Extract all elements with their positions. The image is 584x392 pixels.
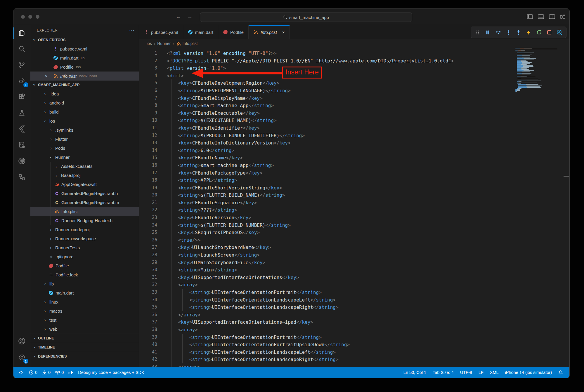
- restart-button[interactable]: [535, 29, 543, 36]
- sidebar-item-search[interactable]: [13, 41, 30, 57]
- status-cursor-position[interactable]: Ln 50, Col 1: [401, 367, 429, 378]
- code-line-21[interactable]: 21 <key>CFBundleSignature</key>: [139, 199, 569, 207]
- back-button[interactable]: ←: [176, 13, 181, 20]
- code-line-38[interactable]: 38 <array>: [139, 326, 569, 334]
- sidebar-item-references[interactable]: [13, 170, 30, 186]
- code-line-18[interactable]: 18 <string>APPL</string>: [139, 177, 569, 184]
- tab-Info.plist[interactable]: Info.plist×: [249, 25, 290, 39]
- code-line-4[interactable]: 4<dict>: [139, 72, 569, 80]
- tree-item-RunnerTests[interactable]: ›RunnerTests: [30, 243, 139, 252]
- section-project-root[interactable]: › SMART_MACHINE_APP: [30, 81, 139, 89]
- tree-item-GeneratedPluginRegistrant.h[interactable]: CGeneratedPluginRegistrant.h: [30, 189, 139, 198]
- toggle-secondary-sidebar-button[interactable]: [549, 14, 555, 19]
- code-line-16[interactable]: 16 <string>smart_machine_app</string>: [139, 162, 569, 169]
- command-center-search[interactable]: smart_machine_app: [200, 13, 412, 22]
- tree-item-web[interactable]: ›web: [30, 325, 139, 334]
- code-line-29[interactable]: 29 <key>UIMainStoryboardFile</key>: [139, 259, 569, 266]
- customize-layout-button[interactable]: [560, 14, 565, 19]
- hot-reload-button[interactable]: [525, 29, 533, 36]
- breadcrumb-item-Info.plist[interactable]: Info.plist: [176, 41, 198, 46]
- code-line-25[interactable]: 25 <key>LSRequiresIPhoneOS</key>: [139, 229, 569, 236]
- code-line-6[interactable]: 6 <string>$(DEVELOPMENT_LANGUAGE)</strin…: [139, 87, 569, 95]
- close-window-button[interactable]: [21, 15, 25, 19]
- tree-item-Runner-Bridging-Header.h[interactable]: CRunner-Bridging-Header.h: [30, 216, 139, 225]
- tree-item-Runner.xcworkspace[interactable]: ›Runner.xcworkspace: [30, 234, 139, 243]
- tab-Podfile[interactable]: Podfile: [218, 25, 249, 39]
- code-line-8[interactable]: 8 <string>Smart Machine App</string>: [139, 102, 569, 109]
- code-line-24[interactable]: 24 <string>$(FLUTTER_BUILD_NUMBER)</stri…: [139, 222, 569, 229]
- code-line-34[interactable]: 34 <string>UIInterfaceOrientationLandsca…: [139, 296, 569, 304]
- toggle-panel-button[interactable]: [538, 14, 544, 19]
- code-line-28[interactable]: 28 <string>LaunchScreen</string>: [139, 251, 569, 259]
- zoom-window-button[interactable]: [36, 15, 39, 19]
- section-open-editors[interactable]: › OPEN EDITORS: [30, 36, 139, 44]
- tree-item-Runner.xcodeproj[interactable]: ›Runner.xcodeproj: [30, 225, 139, 234]
- status-notifications-bell[interactable]: [556, 367, 565, 378]
- status-debug-icon-item[interactable]: [66, 367, 76, 378]
- code-line-43[interactable]: 43 </array>: [139, 363, 569, 367]
- tree-item-Podfile.lock[interactable]: Podfile.lock: [30, 270, 139, 279]
- code-line-40[interactable]: 40 <string>UIInterfaceOrientationPortrai…: [139, 341, 569, 349]
- code-line-20[interactable]: 20 <string>$(FLUTTER_BUILD_NAME)</string…: [139, 191, 569, 199]
- open-editor-pubspec.yaml[interactable]: !pubspec.yaml: [30, 44, 139, 53]
- status-encoding[interactable]: UTF-8: [458, 367, 474, 378]
- tree-item-.symlinks[interactable]: ›.symlinks: [30, 126, 139, 135]
- status-language-mode[interactable]: XML: [488, 367, 501, 378]
- code-line-1[interactable]: 1<?xml version="1.0" encoding="UTF-8"?>>: [139, 50, 569, 57]
- tree-item-build[interactable]: ›build: [30, 107, 139, 116]
- code-line-30[interactable]: 30 <string>Main</string>: [139, 266, 569, 274]
- code-line-11[interactable]: 11 <key>CFBundleIdentifier</key>: [139, 124, 569, 132]
- sidebar-item-testing[interactable]: [13, 105, 30, 121]
- flutter-inspector-button[interactable]: [556, 29, 563, 36]
- code-line-27[interactable]: 27 <key>UILaunchStoryboardName</key>: [139, 244, 569, 251]
- section-dependencies[interactable]: › DEPENDENCIES: [30, 352, 139, 361]
- code-line-17[interactable]: 17 <key>CFBundlePackageType</key>: [139, 169, 569, 177]
- code-line-32[interactable]: 32 <array>: [139, 281, 569, 289]
- tree-item-Assets.xcassets[interactable]: ›Assets.xcassets: [30, 162, 139, 171]
- sidebar-item-extensions[interactable]: [13, 89, 30, 105]
- tree-item-ios[interactable]: ›ios: [30, 116, 139, 126]
- accounts-button[interactable]: [13, 334, 30, 350]
- code-editor[interactable]: 1<?xml version="1.0" encoding="UTF-8"?>>…: [139, 48, 569, 367]
- code-line-42[interactable]: 42 <string>UIInterfaceOrientationLandsca…: [139, 356, 569, 363]
- toggle-primary-sidebar-button[interactable]: [527, 14, 533, 19]
- open-editor-Podfile[interactable]: Podfileios: [30, 62, 139, 72]
- code-line-37[interactable]: 37 <key>UISupportedInterfaceOrientations…: [139, 318, 569, 326]
- close-icon[interactable]: ×: [282, 30, 285, 35]
- sidebar-item-run-debug[interactable]: 1: [13, 73, 30, 89]
- code-line-31[interactable]: 31 <key>UISupportedInterfaceOrientations…: [139, 274, 569, 281]
- status-indentation[interactable]: Tab Size: 4: [430, 367, 456, 378]
- section-outline[interactable]: › OUTLINE: [30, 334, 139, 343]
- sidebar-item-explorer[interactable]: [13, 25, 30, 41]
- step-over-button[interactable]: [494, 29, 502, 36]
- sidebar-item-github[interactable]: [13, 154, 30, 170]
- status-error-count[interactable]: 0: [27, 367, 40, 378]
- tab-pubspec.yaml[interactable]: !pubspec.yaml: [139, 25, 183, 39]
- status-remote-indicator[interactable]: [13, 367, 27, 378]
- code-line-19[interactable]: 19 <key>CFBundleShortVersionString</key>: [139, 184, 569, 192]
- tree-item-linux[interactable]: ›linux: [30, 297, 139, 306]
- step-out-button[interactable]: [515, 29, 522, 36]
- drag-handle-icon[interactable]: [474, 29, 481, 36]
- tree-item-Info.plist[interactable]: Info.plist: [30, 207, 139, 216]
- status-ports-count[interactable]: 0: [53, 367, 66, 378]
- status-warning-count[interactable]: 0: [40, 367, 53, 378]
- tree-item-Podfile[interactable]: Podfile: [30, 261, 139, 270]
- tree-item-.idea[interactable]: ›.idea: [30, 89, 139, 98]
- settings-button[interactable]: 1: [13, 350, 30, 366]
- tree-item-main.dart[interactable]: main.dart: [30, 288, 139, 297]
- code-line-26[interactable]: 26 <true/>>: [139, 236, 569, 244]
- pause-button[interactable]: [484, 29, 492, 36]
- status-eol[interactable]: LF: [476, 367, 486, 378]
- code-line-15[interactable]: 15 <key>CFBundleName</key>: [139, 154, 569, 162]
- code-line-9[interactable]: 9 <key>CFBundleExecutable</key>: [139, 109, 569, 117]
- sidebar-item-source-control[interactable]: [13, 57, 30, 73]
- code-line-12[interactable]: 12 <string>$(PRODUCT_BUNDLE_IDENTIFIER)<…: [139, 132, 569, 140]
- code-line-13[interactable]: 13 <key>CFBundleInfoDictionaryVersion</k…: [139, 139, 569, 147]
- status-debug-config[interactable]: Debug my code + packages + SDK: [76, 367, 147, 378]
- scrollbar-handle[interactable]: [564, 176, 569, 177]
- code-line-35[interactable]: 35 <string>UIInterfaceOrientationLandsca…: [139, 304, 569, 311]
- code-line-10[interactable]: 10 <string>$(EXECUTABLE_NAME)</string>: [139, 117, 569, 124]
- tree-item-GeneratedPluginRegistrant.m[interactable]: CGeneratedPluginRegistrant.m: [30, 198, 139, 207]
- sidebar-item-flutter[interactable]: [13, 121, 30, 137]
